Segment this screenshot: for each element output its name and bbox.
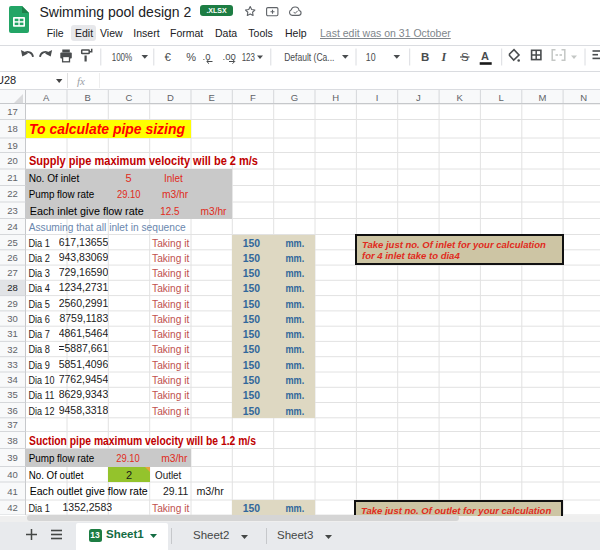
svg-text:31: 31 xyxy=(7,328,18,339)
svg-text:150: 150 xyxy=(243,343,260,355)
svg-text:21: 21 xyxy=(7,172,18,183)
svg-text:Dia 12: Dia 12 xyxy=(28,405,54,417)
svg-text:17: 17 xyxy=(7,106,18,117)
svg-text:150: 150 xyxy=(243,313,260,325)
svg-text:5: 5 xyxy=(125,172,131,184)
svg-text:K: K xyxy=(457,92,464,103)
svg-text:m3/hr: m3/hr xyxy=(201,205,227,217)
svg-text:Taking it: Taking it xyxy=(152,298,189,310)
svg-text:mm.: mm. xyxy=(286,374,305,386)
svg-text:Outlet: Outlet xyxy=(155,469,181,481)
svg-text:29.11: 29.11 xyxy=(163,485,188,497)
svg-text:19: 19 xyxy=(7,140,18,151)
svg-text:35: 35 xyxy=(7,389,18,400)
svg-text:38: 38 xyxy=(7,435,18,446)
svg-text:150: 150 xyxy=(243,389,260,401)
svg-text:23: 23 xyxy=(7,205,18,216)
svg-text:mm.: mm. xyxy=(286,252,305,264)
svg-text:Suction pipe maximum velocity: Suction pipe maximum velocity will be 1.… xyxy=(29,434,256,448)
svg-text:A: A xyxy=(481,50,489,62)
svg-text:mm.: mm. xyxy=(286,237,305,249)
svg-text:12.5: 12.5 xyxy=(160,205,179,217)
svg-text:123: 123 xyxy=(242,51,255,63)
svg-text:mm.: mm. xyxy=(286,282,305,294)
svg-text:29.10: 29.10 xyxy=(116,452,140,464)
svg-text:Dia 3: Dia 3 xyxy=(28,267,50,279)
svg-text:Taking it: Taking it xyxy=(152,374,189,386)
svg-text:m3/hr: m3/hr xyxy=(196,485,224,497)
svg-text:Dia 1: Dia 1 xyxy=(28,237,50,249)
svg-text:mm.: mm. xyxy=(286,389,305,401)
svg-text:Taking it: Taking it xyxy=(152,328,189,340)
svg-text:E: E xyxy=(208,92,214,103)
svg-text:C: C xyxy=(126,92,133,103)
svg-text:mm.: mm. xyxy=(286,267,305,279)
svg-text:Taking it: Taking it xyxy=(152,267,189,279)
svg-text:150: 150 xyxy=(243,359,260,371)
svg-text:Dia 5: Dia 5 xyxy=(28,298,50,310)
svg-text:Taking it: Taking it xyxy=(152,237,189,249)
svg-text:Dia 2: Dia 2 xyxy=(28,252,50,264)
svg-text:42: 42 xyxy=(7,502,18,513)
svg-text:mm.: mm. xyxy=(286,298,305,310)
svg-text:Taking it: Taking it xyxy=(152,502,189,514)
svg-text:Dia 8: Dia 8 xyxy=(28,343,50,355)
svg-text:Taking it: Taking it xyxy=(152,389,189,401)
svg-text:2: 2 xyxy=(126,469,132,481)
svg-text:39: 39 xyxy=(7,452,18,463)
svg-text:27: 27 xyxy=(7,267,18,278)
svg-text:I: I xyxy=(441,50,448,64)
svg-text:B: B xyxy=(84,92,90,103)
svg-text:No. Of inlet: No. Of inlet xyxy=(29,172,80,184)
svg-text:D: D xyxy=(167,92,174,103)
svg-text:Each inlet give flow rate: Each inlet give flow rate xyxy=(30,205,144,217)
svg-text:20: 20 xyxy=(7,155,18,166)
svg-text:A: A xyxy=(43,92,50,103)
svg-text:Each outlet give flow rate: Each outlet give flow rate xyxy=(30,485,148,497)
svg-text:Assuming that all inlet in seq: Assuming that all inlet in sequence xyxy=(29,221,186,233)
svg-text:37: 37 xyxy=(7,419,18,430)
svg-text:Dia 7: Dia 7 xyxy=(28,328,50,340)
svg-text:Dia 4: Dia 4 xyxy=(28,282,50,294)
svg-text:Supply pipe maximum velocity w: Supply pipe maximum velocity will be 2 m… xyxy=(29,154,258,168)
svg-text:Dia 6: Dia 6 xyxy=(28,313,50,325)
svg-text:150: 150 xyxy=(243,282,260,294)
svg-text:mm.: mm. xyxy=(286,343,305,355)
svg-text:22: 22 xyxy=(7,188,18,199)
svg-text:150: 150 xyxy=(243,374,260,386)
svg-text:Dia 10: Dia 10 xyxy=(28,374,54,386)
svg-text:32: 32 xyxy=(7,344,18,355)
svg-text:Taking it: Taking it xyxy=(152,282,189,294)
svg-text:30: 30 xyxy=(7,313,18,324)
svg-text:150: 150 xyxy=(243,252,260,264)
svg-text:F: F xyxy=(250,92,256,103)
svg-text:150: 150 xyxy=(243,298,260,310)
svg-text:Taking it: Taking it xyxy=(152,359,189,371)
svg-text:To calculate pipe sizing: To calculate pipe sizing xyxy=(29,121,185,137)
svg-text:H: H xyxy=(332,92,339,103)
svg-text:10: 10 xyxy=(366,51,376,63)
svg-text:150: 150 xyxy=(243,237,260,249)
svg-text:Default (Ca...: Default (Ca... xyxy=(284,51,334,63)
svg-text:18: 18 xyxy=(7,123,18,134)
svg-text:Pump flow rate: Pump flow rate xyxy=(29,452,95,464)
svg-text:Dia 9: Dia 9 xyxy=(28,359,50,371)
svg-text:m3/hr: m3/hr xyxy=(162,188,189,200)
svg-text:24: 24 xyxy=(7,221,18,232)
svg-text:L: L xyxy=(498,92,503,103)
svg-text:mm.: mm. xyxy=(286,359,305,371)
svg-text:29: 29 xyxy=(7,298,18,309)
svg-text:m3/hr: m3/hr xyxy=(161,452,188,464)
svg-text:€: € xyxy=(165,51,172,63)
svg-text:33: 33 xyxy=(7,359,18,370)
svg-text:B: B xyxy=(421,51,429,63)
svg-text:mm.: mm. xyxy=(286,405,305,417)
svg-text:150: 150 xyxy=(243,328,260,340)
svg-text:150: 150 xyxy=(243,267,260,279)
svg-text:Inlet: Inlet xyxy=(164,172,183,184)
svg-text:36: 36 xyxy=(7,405,18,416)
svg-text:150: 150 xyxy=(243,502,260,514)
svg-text:No. Of outlet: No. Of outlet xyxy=(29,469,84,481)
svg-text:Dia 11: Dia 11 xyxy=(28,389,54,401)
svg-text:41: 41 xyxy=(7,486,18,497)
